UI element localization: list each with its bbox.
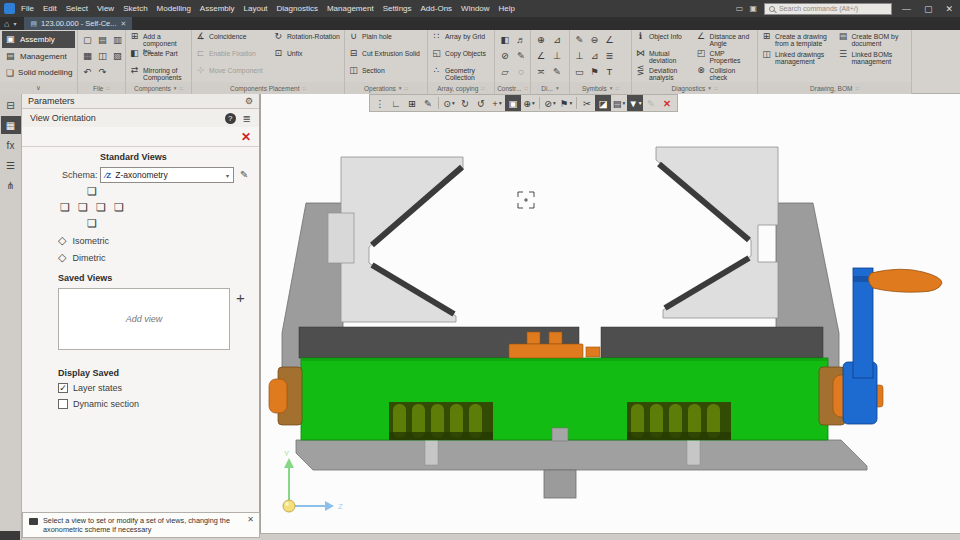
mode-solid-modelling[interactable]: ❏Solid modelling xyxy=(2,64,75,81)
open-icon[interactable]: ▤ xyxy=(95,31,110,47)
object-info-button[interactable]: ℹObject Info xyxy=(634,31,695,48)
screenshot-icon[interactable]: ▣ xyxy=(749,4,757,13)
menu-item[interactable]: Layout xyxy=(244,4,268,13)
schema-dropdown[interactable]: ∕Z Z-axonometry ▾ xyxy=(100,167,234,183)
point-icon[interactable]: ◌ xyxy=(513,63,529,79)
view-back-icon[interactable]: ❏ xyxy=(110,199,128,215)
component-grid-icon[interactable]: ⊞ xyxy=(404,95,420,111)
create-bom-button[interactable]: ▤Create BOM by document xyxy=(836,31,909,49)
angle-dimension-icon[interactable]: ⊿ xyxy=(549,31,565,47)
model-canvas[interactable]: Y Z xyxy=(261,94,960,540)
menu-item[interactable]: Add-Ons xyxy=(421,4,453,13)
app-logo[interactable] xyxy=(4,3,15,14)
base-slot-left[interactable] xyxy=(425,440,438,465)
base-tenon[interactable] xyxy=(544,470,576,498)
close-view-icon[interactable]: ✕ xyxy=(659,95,675,111)
interface-scheme-icon[interactable]: ▭ xyxy=(736,4,744,13)
deviation-analysis-button[interactable]: ⋚Deviation analysis xyxy=(634,65,695,82)
minimize-button[interactable]: — xyxy=(899,4,914,14)
coincidence-button[interactable]: ∡Coincidence xyxy=(194,31,272,48)
vise-base[interactable] xyxy=(296,440,867,470)
dimension-edit-icon[interactable]: ✎ xyxy=(549,63,565,79)
section-button[interactable]: ◫Section xyxy=(347,65,425,82)
redo-icon[interactable]: ↷ xyxy=(95,63,110,79)
section-display-icon[interactable]: ◪ xyxy=(595,95,611,111)
tab-close-icon[interactable]: ✕ xyxy=(121,20,127,28)
view-front-icon[interactable]: ❏ xyxy=(74,199,92,215)
coordinate-system-icon[interactable]: ∟ xyxy=(388,95,404,111)
scene-settings-icon[interactable]: ⚑▾ xyxy=(558,95,574,111)
command-search-input[interactable]: Search commands (Alt+/) xyxy=(764,3,892,15)
view-right-icon[interactable]: ❏ xyxy=(92,199,110,215)
menu-item[interactable]: Window xyxy=(461,4,489,13)
menu-item[interactable]: Modelling xyxy=(157,4,191,13)
mutual-deviation-button[interactable]: ⋈Mutual deviation xyxy=(634,48,695,65)
isometric-view-item[interactable]: ◇ Isometric xyxy=(58,234,109,247)
print-icon[interactable]: ▦ xyxy=(80,47,95,63)
move-component-button[interactable]: ⊹Move Component xyxy=(194,65,272,82)
frame-icon[interactable]: ▭ xyxy=(572,63,587,79)
model-viewport[interactable]: Y Z ⋮∟⊞✎⊙▾↻↺+▾▣⊕▾⊘▾⚑▾✂◪▤▾▼▾✎✕ xyxy=(260,94,960,540)
layer-states-row[interactable]: ✓ Layer states xyxy=(58,383,122,393)
distance-dimension-icon[interactable]: ≍ xyxy=(533,63,549,79)
dynamic-section-row[interactable]: Dynamic section xyxy=(58,399,139,409)
menu-item[interactable]: Assembly xyxy=(200,4,235,13)
home-caret-icon[interactable]: ▾ xyxy=(13,20,16,27)
text-icon[interactable]: T xyxy=(602,63,617,79)
dynamic-section-checkbox[interactable] xyxy=(58,399,68,409)
tree-panel-icon[interactable]: ⊟ xyxy=(1,96,21,114)
linked-boms-button[interactable]: ☰Linked BOMs management xyxy=(836,49,909,67)
menu-item[interactable]: View xyxy=(97,4,114,13)
saved-views-list[interactable]: Add view xyxy=(58,288,230,350)
modes-collapse[interactable]: ∨ xyxy=(0,82,78,94)
marker-icon[interactable]: ⚑ xyxy=(587,63,602,79)
zoom-icon[interactable]: ⊙▾ xyxy=(441,95,457,111)
view-left-icon[interactable]: ❏ xyxy=(56,199,74,215)
new-document-icon[interactable]: ▢ xyxy=(80,31,95,47)
variables-panel-icon[interactable]: fx xyxy=(1,136,21,154)
layers-icon[interactable]: ▤▾ xyxy=(611,95,627,111)
collapsed-panel-chip[interactable] xyxy=(0,531,20,540)
axis-icon[interactable]: ⊘ xyxy=(497,47,513,63)
distance-angle-button[interactable]: ∠Distance and Angle xyxy=(695,31,756,48)
plane-icon[interactable]: ▱ xyxy=(497,63,513,79)
maximize-button[interactable]: ▢ xyxy=(921,4,936,14)
unfix-button[interactable]: ⊡Unfix xyxy=(272,48,342,65)
vise-jaw-right[interactable] xyxy=(656,147,778,318)
linked-drawings-button[interactable]: ◫Linked drawings management xyxy=(760,49,836,67)
gear-rack-right[interactable] xyxy=(627,402,731,440)
shaded-display-icon[interactable]: ▣ xyxy=(505,95,521,111)
structure-panel-icon[interactable]: ⋔ xyxy=(1,176,21,194)
slope-icon[interactable]: ⊿ xyxy=(587,47,602,63)
menu-item[interactable]: Settings xyxy=(383,4,412,13)
add-component-button[interactable]: ⊞Add a component fro... xyxy=(128,31,189,48)
array-by-grid-button[interactable]: ∷Array by Grid xyxy=(430,31,492,48)
create-part-button[interactable]: ◧Create Part xyxy=(128,48,189,65)
perpendicularity-icon[interactable]: ⊥ xyxy=(572,47,587,63)
document-tab[interactable]: ▤ 123.00.000 - Self-Ce... ✕ xyxy=(24,17,132,30)
jaw-insert-plate[interactable] xyxy=(328,213,354,263)
help-icon[interactable]: ? xyxy=(225,113,236,124)
edit-mode-icon[interactable]: ✎ xyxy=(420,95,436,111)
stacked-note-icon[interactable]: ≣ xyxy=(602,47,617,63)
orbit-icon[interactable]: ↻ xyxy=(457,95,473,111)
sketch-icon[interactable]: ✎ xyxy=(513,47,529,63)
cmp-properties-button[interactable]: ◰CMP Properties xyxy=(695,48,756,65)
add-view-button[interactable]: + xyxy=(236,290,245,305)
copy-objects-button[interactable]: ◱Copy Objects xyxy=(430,48,492,65)
macro-panel-icon[interactable]: ☰ xyxy=(1,156,21,174)
create-drawing-button[interactable]: ⊞Create a drawing from a template xyxy=(760,31,836,49)
tree-mode-icon[interactable]: ≣ xyxy=(243,113,251,124)
toolbar-grip-icon[interactable]: ⋮ xyxy=(372,95,388,111)
plain-hole-button[interactable]: ∪Plain hole xyxy=(347,31,425,48)
dependencies-icon[interactable]: ♬ xyxy=(513,31,529,47)
save-icon[interactable]: ▥ xyxy=(110,31,125,47)
slider-right[interactable] xyxy=(601,327,823,358)
close-command-icon[interactable]: ✕ xyxy=(241,130,251,144)
mode-management[interactable]: ▤Management xyxy=(2,48,75,65)
hide-objects-icon[interactable]: ⊘▾ xyxy=(542,95,558,111)
hint-close-icon[interactable]: ✕ xyxy=(247,515,254,525)
save-as-icon[interactable]: ▧ xyxy=(110,47,125,63)
mode-assembly[interactable]: ▣Assembly xyxy=(2,31,75,48)
collision-check-button[interactable]: ⊗Collision check xyxy=(695,65,756,82)
